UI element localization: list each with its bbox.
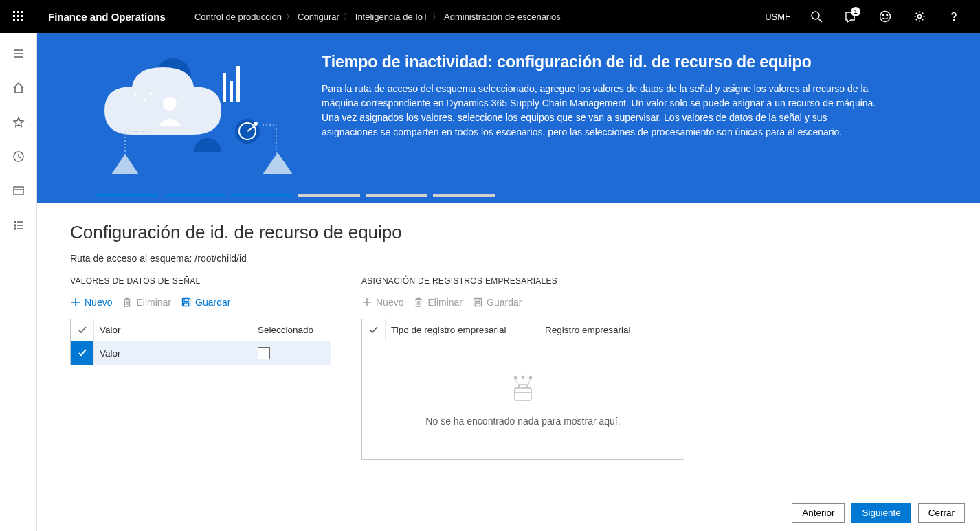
app-title[interactable]: Finance and Operations	[37, 11, 181, 23]
notifications-icon[interactable]: 1	[840, 5, 862, 27]
signal-toolbar: Nuevo Eliminar Guardar	[70, 297, 331, 308]
plus-icon	[361, 297, 372, 308]
breadcrumb-item[interactable]: Administración de escenarios	[444, 12, 561, 22]
back-button[interactable]: Anterior	[792, 503, 845, 523]
business-record-section: ASIGNACIÓN DE REGISTROS EMPRESARIALES Nu…	[361, 276, 684, 460]
svg-point-9	[812, 12, 819, 19]
save-button[interactable]: Guardar	[472, 297, 522, 308]
hero-description: Para la ruta de acceso del esquema selec…	[322, 82, 885, 139]
wizard-progress	[37, 194, 980, 197]
column-header-type[interactable]: Tipo de registro empresarial	[386, 319, 539, 341]
progress-step[interactable]	[298, 194, 360, 197]
home-icon[interactable]	[8, 77, 30, 99]
plus-icon	[70, 297, 81, 308]
save-icon	[181, 297, 192, 308]
svg-point-37	[134, 93, 137, 96]
table-row[interactable]: Valor	[71, 341, 331, 365]
schema-path-label: Ruta de acceso al esquema: /root/child/i…	[70, 253, 947, 264]
delete-label: Eliminar	[136, 297, 171, 308]
svg-point-15	[953, 19, 955, 21]
empty-text: No se ha encontrado nada para mostrar aq…	[425, 416, 620, 427]
section-label: VALORES DE DATOS DE SEÑAL	[70, 276, 331, 286]
row-selected-cell[interactable]	[252, 341, 328, 365]
chevron-right-icon: 〉	[432, 12, 440, 22]
trash-icon	[122, 297, 133, 308]
breadcrumb-item[interactable]: Configurar	[298, 12, 339, 22]
topbar: Finance and Operations Control de produc…	[0, 0, 980, 33]
topbar-actions: USMF 1	[765, 5, 980, 27]
svg-rect-2	[21, 11, 23, 13]
svg-line-10	[818, 19, 822, 22]
svg-rect-4	[17, 15, 19, 17]
svg-point-22	[14, 221, 16, 223]
save-icon	[472, 297, 483, 308]
help-icon[interactable]	[943, 5, 965, 27]
progress-step[interactable]	[231, 194, 293, 197]
progress-step[interactable]	[366, 194, 427, 197]
delete-label: Eliminar	[427, 297, 463, 308]
gear-icon[interactable]	[909, 5, 931, 27]
breadcrumb-item[interactable]: Inteligencia de IoT	[355, 12, 428, 22]
svg-point-56	[530, 376, 532, 379]
svg-point-14	[918, 15, 922, 19]
svg-rect-0	[13, 11, 15, 13]
breadcrumb-item[interactable]: Control de producción	[194, 12, 282, 22]
row-checkbox[interactable]	[71, 341, 94, 365]
delete-button[interactable]: Eliminar	[413, 297, 463, 308]
new-label: Nuevo	[85, 297, 112, 308]
modules-icon[interactable]	[8, 214, 30, 236]
search-icon[interactable]	[805, 5, 827, 27]
column-header-record[interactable]: Registro empresarial	[539, 319, 684, 341]
progress-step[interactable]	[433, 194, 495, 197]
page-heading: Configuración de id. de recurso de equip…	[70, 222, 947, 243]
clock-icon[interactable]	[8, 146, 30, 168]
svg-point-36	[254, 122, 258, 126]
progress-step[interactable]	[96, 194, 158, 197]
svg-rect-1	[17, 11, 19, 13]
column-header-selected[interactable]: Seleccionado	[252, 319, 328, 341]
wizard-footer: Anterior Siguiente Cerrar	[74, 495, 980, 531]
hero-title: Tiempo de inactividad: configuración de …	[322, 52, 885, 72]
svg-rect-44	[184, 303, 189, 306]
select-all-checkbox[interactable]	[71, 319, 94, 341]
svg-rect-48	[476, 299, 480, 302]
signal-grid: Valor Seleccionado Valor	[70, 319, 331, 365]
save-label: Guardar	[195, 297, 230, 308]
next-button[interactable]: Siguiente	[851, 503, 911, 523]
hamburger-icon[interactable]	[8, 43, 30, 65]
row-value-cell[interactable]: Valor	[94, 341, 252, 365]
save-button[interactable]: Guardar	[181, 297, 230, 308]
grid-header: Valor Seleccionado	[71, 319, 331, 341]
workspace-icon[interactable]	[8, 180, 30, 202]
svg-rect-50	[515, 388, 531, 400]
content-area: Configuración de id. de recurso de equip…	[37, 203, 980, 531]
hero-illustration	[70, 52, 297, 176]
svg-rect-6	[13, 19, 15, 21]
delete-button[interactable]: Eliminar	[122, 297, 171, 308]
svg-rect-3	[13, 15, 15, 17]
select-all-checkbox[interactable]	[362, 319, 386, 341]
close-button[interactable]: Cerrar	[918, 503, 965, 523]
new-button[interactable]: Nuevo	[70, 297, 112, 308]
progress-step[interactable]	[164, 194, 225, 197]
app-launcher-icon[interactable]	[0, 0, 37, 33]
signal-values-section: VALORES DE DATOS DE SEÑAL Nuevo Eliminar…	[70, 276, 331, 460]
star-icon[interactable]	[8, 111, 30, 133]
notification-badge: 1	[851, 7, 860, 16]
new-button[interactable]: Nuevo	[361, 297, 403, 308]
checkbox-unchecked[interactable]	[258, 347, 270, 359]
column-header-value[interactable]: Valor	[94, 319, 252, 341]
trash-icon	[413, 297, 424, 308]
biz-grid: Tipo de registro empresarial Registro em…	[361, 319, 684, 341]
svg-point-55	[522, 376, 524, 378]
svg-rect-5	[21, 15, 23, 17]
smiley-icon[interactable]	[874, 5, 896, 27]
svg-rect-20	[14, 187, 23, 194]
grid-header: Tipo de registro empresarial Registro em…	[362, 319, 684, 341]
svg-rect-30	[223, 73, 226, 102]
left-nav-rail	[0, 33, 37, 531]
svg-rect-32	[236, 66, 240, 102]
svg-rect-49	[476, 303, 480, 306]
company-code[interactable]: USMF	[765, 12, 790, 22]
svg-point-12	[882, 14, 884, 16]
